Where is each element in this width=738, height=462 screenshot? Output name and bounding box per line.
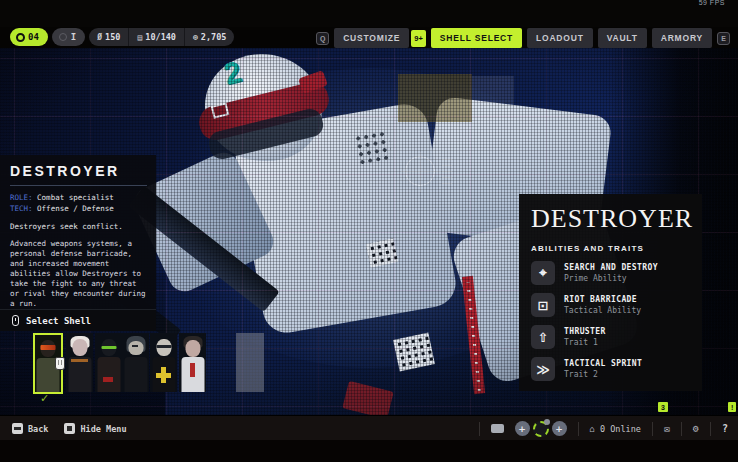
portrait-torso xyxy=(97,357,120,392)
prev-tab-key: Q xyxy=(316,32,329,45)
portrait-head xyxy=(185,340,200,357)
footer-status: + + ⌂ 0 Online ✉ ⚙ ? xyxy=(479,416,728,441)
ability-name: THRUSTER xyxy=(564,327,606,336)
select-shell-bar[interactable]: Select Shell xyxy=(0,309,156,331)
shell-tagline: Destroyers seek conflict. xyxy=(10,222,147,231)
tab-shell-select[interactable]: SHELL SELECT xyxy=(431,28,522,48)
chat-icon[interactable] xyxy=(491,424,504,433)
resource-storage-value: 10/140 xyxy=(145,32,176,42)
tab-vault[interactable]: VAULT xyxy=(598,28,647,48)
bottom-letterbox xyxy=(0,440,738,462)
shell-slot[interactable] xyxy=(66,333,93,392)
shell-select-screen: 2 04 I xyxy=(0,0,738,462)
hide-menu-label: Hide Menu xyxy=(80,424,126,434)
player-avatar[interactable] xyxy=(533,421,549,437)
shell-description: Advanced weapons systems, a personal def… xyxy=(10,239,147,309)
portrait-detail xyxy=(71,359,88,362)
level-value: 04 xyxy=(28,32,39,42)
help-button[interactable]: ? xyxy=(722,423,728,434)
level-badge[interactable]: 04 xyxy=(10,28,48,46)
divider xyxy=(710,422,711,436)
tactical-sprint-icon: ≫ xyxy=(531,357,555,381)
settings-gear-icon[interactable]: ⚙ xyxy=(693,423,699,434)
ability-name: RIOT BARRICADE xyxy=(564,295,641,304)
shell-slot[interactable] xyxy=(122,333,149,392)
role-label: ROLE: xyxy=(10,193,33,202)
role-line: ROLE: Combat specialist xyxy=(10,192,147,203)
help-alert-badge: ! xyxy=(728,402,736,412)
bottom-bar: Back Hide Menu + + ⌂ 0 Online ✉ ⚙ xyxy=(0,415,738,440)
ability-name: TACTICAL SPRINT xyxy=(564,359,642,368)
resource-counters: Ø 150 ▤ 10/140 ⊕ 2,705 xyxy=(89,28,234,46)
fps-counter: 59 FPS xyxy=(699,0,725,6)
back-label: Back xyxy=(28,424,48,434)
top-bar: 04 I Ø 150 ▤ 10/140 ⊕ 2,705 xyxy=(0,27,738,48)
top-letterbox xyxy=(0,0,738,27)
ability-type: Trait 1 xyxy=(564,338,606,347)
tab-customize-wrap: CUSTOMIZE 9+ xyxy=(334,28,426,48)
tab-armory[interactable]: ARMORY xyxy=(652,28,712,48)
trait-tactical-sprint[interactable]: ≫ TACTICAL SPRINT Trait 2 xyxy=(531,357,690,381)
ability-riot-barricade[interactable]: ⊡ RIOT BARRICADE Tactical Ability xyxy=(531,293,690,317)
resource-credits-value: 2,705 xyxy=(201,32,227,42)
rank-badge[interactable]: I xyxy=(52,28,85,46)
credits-icon: ⊕ xyxy=(193,33,198,42)
shell-info-panel: DESTROYER ROLE: Combat specialist TECH: … xyxy=(0,155,156,309)
resource-storage: ▤ 10/140 xyxy=(128,28,184,46)
ability-text: TACTICAL SPRINT Trait 2 xyxy=(564,359,642,379)
mouse-icon xyxy=(12,315,19,326)
main-nav: Q CUSTOMIZE 9+ SHELL SELECT LOADOUT VAUL… xyxy=(316,28,730,48)
tech-value: Offense / Defense xyxy=(37,204,114,213)
resource-scrap: Ø 150 xyxy=(89,28,128,46)
invite-slot-button[interactable]: + xyxy=(552,421,567,436)
ability-text: RIOT BARRICADE Tactical Ability xyxy=(564,295,641,315)
resource-credits: ⊕ 2,705 xyxy=(184,28,234,46)
portrait-head xyxy=(72,339,87,356)
selected-check-icon: ✓ xyxy=(40,392,49,405)
invite-slot-button[interactable]: + xyxy=(515,421,530,436)
messages-icon[interactable]: ✉ xyxy=(664,423,670,434)
tech-line: TECH: Offense / Defense xyxy=(10,203,147,214)
ability-type: Tactical Ability xyxy=(564,306,641,315)
portrait-visor xyxy=(156,345,171,348)
divider xyxy=(681,422,682,436)
storage-icon: ▤ xyxy=(137,33,142,42)
ability-name: SEARCH AND DESTROY xyxy=(564,263,658,272)
portrait-detail xyxy=(103,377,113,382)
select-shell-label: Select Shell xyxy=(26,316,91,326)
back-button[interactable]: Back xyxy=(12,423,48,434)
divider xyxy=(10,185,147,186)
portrait-detail xyxy=(190,363,195,377)
messages-count-badge: 3 xyxy=(658,402,668,412)
ability-type: Prime Ability xyxy=(564,274,658,283)
ability-search-and-destroy[interactable]: ⌖ SEARCH AND DESTROY Prime Ability xyxy=(531,261,690,285)
hud-stats: 04 I Ø 150 ▤ 10/140 ⊕ 2,705 xyxy=(10,28,234,46)
customize-count-badge: 9+ xyxy=(411,30,426,47)
divider xyxy=(578,422,579,436)
shell-orb-icon xyxy=(16,33,25,42)
tab-customize[interactable]: CUSTOMIZE xyxy=(334,28,409,48)
abilities-panel: DESTROYER ABILITIES AND TRAITS ⌖ SEARCH … xyxy=(519,194,702,391)
party-avatars: + + xyxy=(515,421,567,437)
shell-slot[interactable] xyxy=(150,333,177,392)
riot-barricade-icon: ⊡ xyxy=(531,293,555,317)
rank-value: I xyxy=(71,32,76,42)
role-value: Combat specialist xyxy=(37,193,114,202)
divider xyxy=(652,422,653,436)
back-key-icon xyxy=(12,423,23,434)
search-and-destroy-icon: ⌖ xyxy=(531,261,555,285)
shell-slot[interactable] xyxy=(95,333,122,392)
shell-slot-empty[interactable] xyxy=(236,333,264,392)
abilities-shell-heading: DESTROYER xyxy=(531,204,690,234)
resource-scrap-value: 150 xyxy=(105,32,120,42)
hide-menu-button[interactable]: Hide Menu xyxy=(64,423,126,434)
footer-hints: Back Hide Menu xyxy=(12,416,127,441)
trait-thruster[interactable]: ⇧ THRUSTER Trait 1 xyxy=(531,325,690,349)
tab-loadout[interactable]: LOADOUT xyxy=(527,28,593,48)
tech-label: TECH: xyxy=(10,204,33,213)
portrait-visor xyxy=(101,346,116,349)
shell-slot[interactable] xyxy=(179,333,206,392)
ability-type: Trait 2 xyxy=(564,370,642,379)
online-icon: ⌂ xyxy=(590,424,595,434)
portrait-detail xyxy=(132,345,138,347)
